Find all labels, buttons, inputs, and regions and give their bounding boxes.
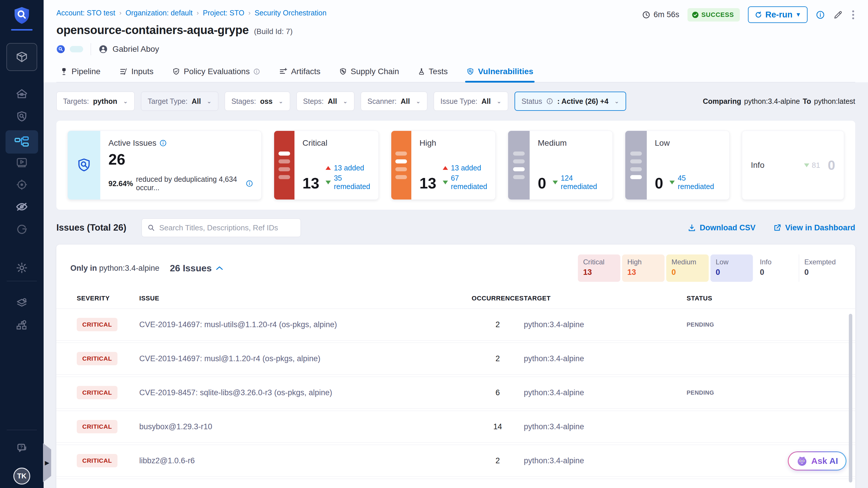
sidebar-target-icon[interactable] (15, 178, 29, 191)
tab-supply-chain[interactable]: Supply Chain (338, 63, 400, 82)
sidebar-hidden-scans-eye-off-icon[interactable] (15, 200, 29, 213)
table-row[interactable]: CRITICAL busybox@1.29.3-r10 14 python:3.… (56, 410, 855, 443)
remediated-delta[interactable]: 35 remediated (326, 174, 370, 191)
download-csv-button[interactable]: Download CSV (687, 223, 755, 232)
triangle-down-icon (326, 181, 331, 184)
tab-policy-evaluations[interactable]: Policy Evaluations (171, 63, 261, 82)
severity-bars-icon (274, 131, 294, 200)
rerun-button[interactable]: Re-run ▼ (748, 6, 808, 23)
vertical-divider (91, 43, 91, 55)
table-row[interactable]: CRITICAL libbz2@1.0.6-r6 2 python:3.4-al… (56, 445, 855, 477)
main-content: Account: STO test › Organization: defaul… (43, 0, 868, 488)
sidebar-pipelines-active-item[interactable] (5, 130, 38, 154)
chip-critical[interactable]: Critical13 (578, 254, 620, 282)
chip-info[interactable]: Info0 (755, 254, 797, 282)
info-delta: 81 (804, 161, 820, 170)
active-issues-count: 26 (108, 151, 253, 168)
issue-target: python:3.4-alpine (524, 320, 687, 329)
ai-bot-icon (796, 455, 808, 467)
issue-title[interactable]: CVE-2019-14697: musl-utils@1.1.20-r4 (os… (139, 320, 471, 329)
sto-mini-logo-icon (56, 45, 65, 54)
breadcrumb-module[interactable]: Security Orchestration (255, 9, 327, 17)
filter-issue-type[interactable]: Issue Type:All⌄ (434, 92, 508, 111)
issue-title[interactable]: busybox@1.29.3-r10 (139, 422, 471, 431)
table-scrollbar[interactable] (849, 314, 852, 483)
kebab-menu-icon[interactable] (851, 9, 855, 20)
breadcrumb-organization[interactable]: Organization: default (126, 9, 193, 17)
issue-target: python:3.4-alpine (524, 422, 687, 431)
severity-badge: CRITICAL (77, 454, 118, 467)
filter-stages[interactable]: Stages:oss⌄ (225, 92, 290, 111)
shield-check-icon (172, 67, 180, 75)
issues-search[interactable] (142, 218, 301, 237)
table-row[interactable]: CRITICAL CVE-2019-14697: musl-utils@1.1.… (56, 309, 855, 340)
info-icon[interactable] (159, 139, 167, 147)
toggle-indicator[interactable] (70, 46, 83, 52)
harness-sto-logo-icon[interactable] (12, 5, 31, 26)
issue-target: python:3.4-alpine (524, 388, 687, 397)
added-delta[interactable]: 13 added (326, 164, 370, 172)
chevron-down-icon: ⌄ (343, 98, 348, 105)
artifacts-icon (279, 67, 287, 76)
logo-underline-divider (11, 29, 33, 31)
issues-toolbar: Issues (Total 26) Download CSV View in D… (56, 218, 855, 237)
table-row[interactable]: CRITICAL CVE-2019-14697: musl@1.1.20-r4 … (56, 343, 855, 374)
sidebar-home-icon[interactable] (15, 87, 29, 101)
filter-targets[interactable]: Targets:python⌄ (56, 92, 134, 111)
chevron-down-icon: ⌄ (123, 98, 128, 105)
medium-card: Medium 0 124 remediated (508, 130, 613, 200)
chip-medium[interactable]: Medium0 (666, 254, 709, 282)
info-icon (546, 98, 553, 105)
page-header: Account: STO test › Organization: defaul… (43, 0, 868, 82)
chip-high[interactable]: High13 (622, 254, 664, 282)
filter-target-type[interactable]: Target Type:All⌄ (141, 92, 218, 111)
breadcrumb-project[interactable]: Project: STO (203, 9, 245, 17)
view-in-dashboard-link[interactable]: View in Dashboard (773, 223, 855, 232)
module-selector-cube[interactable] (6, 43, 37, 71)
chevron-down-icon: ⌄ (496, 98, 501, 105)
tab-tests[interactable]: Tests (416, 63, 449, 82)
table-row[interactable]: CRITICAL CVE-2019-8457: sqlite-libs@3.26… (56, 376, 855, 408)
sidebar-layers-settings-icon[interactable] (15, 296, 29, 309)
info-icon[interactable] (816, 10, 825, 20)
remediated-delta[interactable]: 45 remediated (670, 174, 721, 191)
pipeline-icon (60, 67, 68, 75)
page-title: opensource-containers-aqua-grype (56, 24, 249, 37)
sidebar-settings-gear-icon[interactable] (15, 261, 29, 275)
tab-pipeline[interactable]: Pipeline (59, 63, 102, 82)
chevron-right-icon: › (119, 9, 121, 17)
ask-ai-button[interactable]: Ask AI (788, 451, 846, 470)
added-delta[interactable]: 13 added (443, 164, 487, 172)
tab-artifacts[interactable]: Artifacts (278, 63, 321, 82)
edit-pencil-icon[interactable] (833, 10, 843, 20)
sidebar-executions-icon[interactable] (15, 156, 29, 169)
occurrences-count: 2 (471, 354, 524, 363)
group-count-toggle[interactable]: 26 Issues (170, 263, 223, 274)
tab-vulnerabilities[interactable]: Vulnerabilities (465, 63, 534, 82)
left-nav-sidebar: ? TK (0, 0, 43, 488)
chip-exempted[interactable]: Exempted0 (799, 254, 841, 282)
info-icon[interactable] (246, 180, 253, 187)
active-issues-card: Active Issues 26 92.64% reduced by dedup… (67, 130, 261, 200)
sidebar-scan-shield-icon[interactable] (15, 110, 29, 123)
sidebar-org-structure-settings-icon[interactable] (15, 318, 29, 332)
search-input[interactable] (159, 223, 295, 232)
caret-down-icon: ▼ (795, 11, 801, 18)
issue-title[interactable]: libbz2@1.0.6-r6 (139, 456, 471, 465)
issue-title[interactable]: CVE-2019-8457: sqlite-libs@3.26.0-r3 (os… (139, 388, 471, 397)
issue-title[interactable]: CVE-2019-14697: musl@1.1.20-r4 (os-pkgs,… (139, 354, 471, 363)
table-row[interactable]: CRITICAL libcrypto1.1@1.1.1a-r1 50 pytho… (56, 479, 855, 488)
help-chat-icon[interactable]: ? (15, 442, 29, 455)
filter-steps[interactable]: Steps:All⌄ (297, 92, 354, 111)
sidebar-sto-module-icon[interactable] (15, 222, 29, 236)
user-avatar[interactable]: TK (13, 468, 30, 485)
severity-badge: CRITICAL (77, 386, 118, 399)
remediated-delta[interactable]: 67 remediated (443, 174, 487, 191)
filter-status[interactable]: Status : Active (26) +4 ⌄ (515, 92, 626, 111)
chip-low[interactable]: Low0 (710, 254, 753, 282)
breadcrumb-account[interactable]: Account: STO test (56, 9, 115, 17)
sidebar-expand-handle[interactable]: ▶ (43, 443, 51, 482)
filter-scanner[interactable]: Scanner:All⌄ (361, 92, 427, 111)
remediated-delta[interactable]: 124 remediated (553, 174, 604, 191)
tab-inputs[interactable]: Inputs (118, 63, 155, 82)
